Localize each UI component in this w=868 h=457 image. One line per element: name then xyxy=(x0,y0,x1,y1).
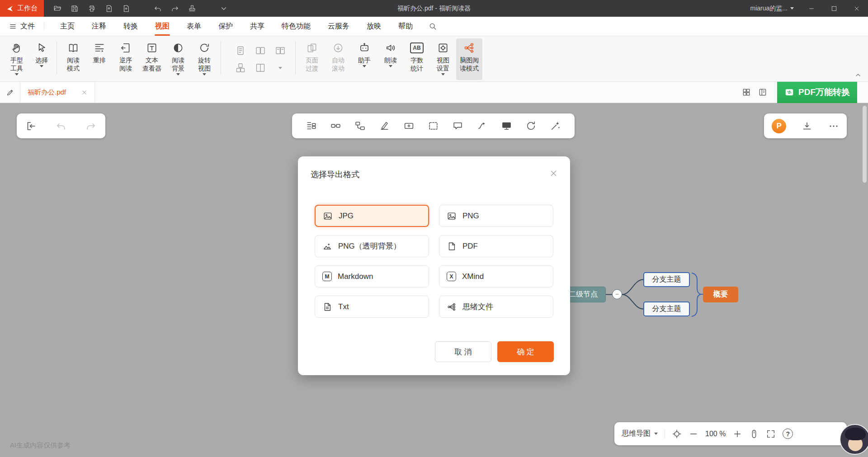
redo-icon[interactable] xyxy=(168,2,182,15)
ribbon-item-mindmap-read-mode[interactable]: 脑图阅 读模式 xyxy=(456,38,482,80)
layout-dropdown-caret-icon[interactable] xyxy=(270,59,290,76)
collapse-ribbon-icon[interactable] xyxy=(854,71,862,79)
export-option-jpg[interactable]: JPG xyxy=(315,205,429,227)
menu-item-form[interactable]: 表单 xyxy=(178,17,210,36)
mouse-mode-icon[interactable] xyxy=(749,429,759,439)
menu-item-comment[interactable]: 注释 xyxy=(83,17,115,36)
rotate-icon xyxy=(198,40,210,56)
add-sibling-node-icon[interactable] xyxy=(330,120,341,132)
cover-layout-icon[interactable] xyxy=(231,59,250,76)
stamp-tool-icon[interactable] xyxy=(185,2,199,15)
export-option-mind-file[interactable]: 思绪文件 xyxy=(439,296,553,318)
points-badge-icon[interactable]: P xyxy=(772,119,786,133)
undo-icon[interactable] xyxy=(151,2,165,15)
menu-item-file[interactable]: 文件 xyxy=(7,22,37,31)
ribbon-item-word-count[interactable]: AB 字数 统计 xyxy=(404,38,430,80)
print-icon[interactable] xyxy=(85,2,99,15)
zoom-out-icon[interactable] xyxy=(689,429,698,439)
fullscreen-icon[interactable] xyxy=(766,429,776,439)
workspace-button[interactable]: 工作台 xyxy=(0,0,44,17)
export-option-pdf[interactable]: PDF xyxy=(439,235,553,257)
ribbon-item-read-mode[interactable]: 阅读 模式 xyxy=(60,38,86,80)
mindmap-node-summary[interactable]: 概要 xyxy=(703,287,738,302)
split-layout-icon[interactable] xyxy=(250,59,270,76)
callout-icon[interactable] xyxy=(452,120,463,132)
exit-mindmap-icon[interactable] xyxy=(26,121,37,132)
maximize-button[interactable] xyxy=(823,0,845,17)
menu-item-cloud[interactable]: 云服务 xyxy=(319,17,358,36)
ribbon-item-read-aloud[interactable]: 朗读 xyxy=(377,38,404,80)
ok-button[interactable]: 确 定 xyxy=(497,341,554,362)
pencil-icon[interactable] xyxy=(0,88,20,97)
dialog-close-icon[interactable] xyxy=(547,167,559,179)
account-menu[interactable]: miarua的监... xyxy=(750,5,794,13)
menu-item-convert[interactable]: 转换 xyxy=(115,17,146,36)
export-option-png[interactable]: PNG xyxy=(439,205,553,227)
convert-label: PDF万能转换 xyxy=(798,86,850,98)
tab-close-icon[interactable] xyxy=(81,90,87,95)
view-mode-dropdown[interactable]: 思维导图 xyxy=(622,429,658,438)
add-node-icon[interactable] xyxy=(403,120,415,132)
export-option-png-transparent[interactable]: PNG（透明背景） xyxy=(315,235,429,257)
two-page-layout-icon[interactable] xyxy=(250,42,270,59)
save-icon[interactable] xyxy=(67,2,82,15)
page-panel-icon[interactable] xyxy=(758,88,767,97)
mindmap-node-branch-bottom[interactable]: 分支主题 xyxy=(643,302,690,316)
search-icon[interactable] xyxy=(425,19,440,34)
grid-view-icon[interactable] xyxy=(742,88,751,97)
ribbon-item-reflow[interactable]: 重排 xyxy=(86,38,113,80)
single-page-layout-icon[interactable] xyxy=(231,42,250,59)
open-file-icon[interactable] xyxy=(50,2,65,15)
ribbon-item-rotate-view[interactable]: 旋转 视图 xyxy=(191,38,217,80)
outline-icon[interactable] xyxy=(306,120,317,132)
pdf-convert-button[interactable]: PDF万能转换 xyxy=(777,82,857,103)
ribbon-item-page-transition[interactable]: 页面 过渡 xyxy=(299,38,325,80)
menu-item-share[interactable]: 共享 xyxy=(241,17,273,36)
document-tab[interactable]: 福昕办公.pdf xyxy=(20,82,95,103)
assistant-icon xyxy=(359,40,370,56)
ribbon-item-read-background[interactable]: 阅读 背景 xyxy=(165,38,191,80)
add-child-node-icon[interactable] xyxy=(354,120,366,132)
ai-beautify-icon[interactable] xyxy=(550,120,561,132)
edit-text-icon[interactable] xyxy=(379,120,390,132)
menu-item-home[interactable]: 主页 xyxy=(52,17,83,36)
canvas-undo-icon[interactable] xyxy=(56,121,66,132)
frame-select-icon[interactable] xyxy=(428,120,439,132)
export-option-xmind[interactable]: X XMind xyxy=(439,265,553,287)
cancel-button[interactable]: 取 消 xyxy=(435,341,491,362)
download-icon[interactable] xyxy=(802,121,812,132)
minimize-button[interactable] xyxy=(800,0,823,17)
export-page-icon[interactable] xyxy=(102,2,116,15)
canvas-redo-icon[interactable] xyxy=(85,121,96,132)
more-icon[interactable] xyxy=(828,121,839,132)
ribbon-item-view-settings[interactable]: 视图 设置 xyxy=(430,38,456,80)
menu-item-view[interactable]: 视图 xyxy=(146,17,178,36)
vertical-scrollbar[interactable] xyxy=(863,106,867,183)
ribbon-item-select[interactable]: 选择 xyxy=(30,38,53,80)
relation-line-icon[interactable] xyxy=(476,120,488,132)
zoom-in-icon[interactable] xyxy=(732,429,742,439)
ribbon-item-assistant[interactable]: 助手 xyxy=(351,38,377,80)
presentation-icon[interactable] xyxy=(501,120,512,132)
ribbon-item-text-viewer[interactable]: 文本 查看器 xyxy=(139,38,165,80)
close-button[interactable] xyxy=(845,0,868,17)
menu-item-help[interactable]: 帮助 xyxy=(390,17,421,36)
collapse-node-button[interactable] xyxy=(612,289,622,299)
facing-layout-icon[interactable] xyxy=(270,42,290,59)
ribbon-item-hand-tool[interactable]: 手型 工具 xyxy=(4,38,30,80)
mindmap-node-branch-top[interactable]: 分支主题 xyxy=(643,272,690,287)
add-page-icon[interactable] xyxy=(119,2,133,15)
menu-item-protect[interactable]: 保护 xyxy=(210,17,241,36)
ribbon-item-auto-scroll[interactable]: 自动 滚动 xyxy=(325,38,351,80)
menu-item-present[interactable]: 放映 xyxy=(358,17,390,36)
mindmap-canvas[interactable]: 二级节点 分支主题 分支主题 概要 P 思维导图 100 xyxy=(0,103,868,457)
help-icon[interactable]: ? xyxy=(783,429,793,439)
user-avatar[interactable] xyxy=(840,424,868,455)
locate-center-icon[interactable] xyxy=(672,429,682,439)
export-option-markdown[interactable]: M Markdown xyxy=(315,265,429,287)
toolbar-chevron-down-icon[interactable] xyxy=(217,2,231,15)
refresh-layout-icon[interactable] xyxy=(525,120,537,132)
export-option-txt[interactable]: Txt xyxy=(315,296,429,318)
menu-item-features[interactable]: 特色功能 xyxy=(273,17,319,36)
ribbon-item-reverse-read[interactable]: 逆序 阅读 xyxy=(113,38,139,80)
